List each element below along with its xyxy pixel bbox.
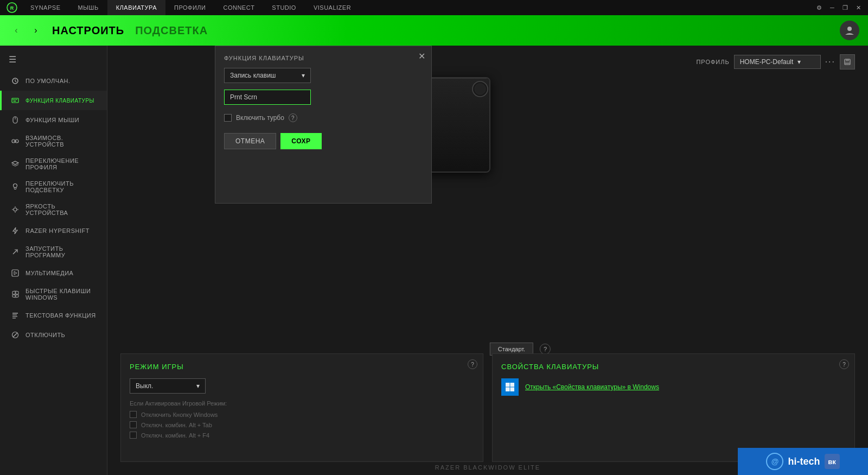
sidebar-label: ПЕРЕКЛЮЧЕНИЕ ПРОФИЛЯ [25, 157, 98, 170]
game-mode-panel: ? РЕЖИМ ИГРЫ Выкл. ▾ Если Активирован Иг… [120, 353, 483, 462]
svg-point-14 [14, 184, 17, 188]
sidebar-item-windows-shortcuts[interactable]: БЫСТРЫЕ КЛАВИШИ WINDOWS [0, 283, 107, 306]
nav-item-mouse[interactable]: МЫШЬ [69, 0, 107, 15]
popup-dropdown-label: Запись клавиш [230, 72, 276, 79]
sidebar-item-hypershift[interactable]: RAZER HYPERSHIFT [0, 221, 107, 240]
keyboard-props-title: СВОЙСТВА КЛАВИАТУРЫ [501, 363, 846, 371]
svg-rect-143 [510, 383, 515, 387]
game-mode-title: РЕЖИМ ИГРЫ [130, 363, 474, 371]
tab-configure[interactable]: НАСТРОИТЬ [52, 24, 124, 37]
watermark-vk-icon: вк [825, 454, 840, 469]
sidebar-label: ВЗАИМОСВ. УСТРОЙСТВ [25, 135, 98, 148]
watermark: @ hi-tech вк [738, 448, 868, 475]
tab-lighting[interactable]: ПОДСВЕТКА [135, 24, 208, 37]
sidebar-label: ЯРКОСТЬ УСТРОЙСТВА [25, 203, 98, 216]
svg-rect-5 [13, 99, 14, 100]
svg-point-53 [475, 84, 486, 94]
maximize-button[interactable]: ❐ [840, 2, 851, 13]
sidebar-label: БЫСТРЫЕ КЛАВИШИ WINDOWS [25, 288, 98, 301]
sidebar-item-disable[interactable]: ОТКЛЮЧИТЬ [0, 325, 107, 345]
popup-title: ФУНКЦИЯ КЛАВИАТУРЫ [224, 55, 423, 61]
sidebar-item-brightness[interactable]: ЯРКОСТЬ УСТРОЙСТВА [0, 198, 107, 221]
nav-item-connect[interactable]: CONNECT [214, 0, 263, 15]
menu-icon[interactable]: ☰ [0, 50, 107, 69]
popup-dropdown[interactable]: Запись клавиш ▾ [224, 68, 311, 83]
disable-alt-f4-checkbox[interactable] [130, 432, 137, 439]
sidebar-item-keyboard-function[interactable]: ФУНКЦИЯ КЛАВИАТУРЫ [0, 91, 107, 110]
svg-rect-4 [12, 98, 18, 103]
turbo-checkbox[interactable] [224, 114, 232, 122]
avatar[interactable] [840, 21, 859, 40]
forward-button[interactable]: › [28, 23, 43, 38]
disable-alt-tab-checkbox[interactable] [130, 421, 137, 428]
razer-logo: R [4, 0, 20, 15]
game-mode-value: Выкл. [136, 382, 153, 390]
back-button[interactable]: ‹ [9, 23, 24, 38]
nav-item-visualizer[interactable]: VISUALIZER [305, 0, 360, 15]
nav-left: R SYNAPSE МЫШЬ КЛАВИАТУРА ПРОФИЛИ CONNEC… [4, 0, 360, 15]
windows-icon [501, 378, 519, 396]
save-button[interactable]: СОХР [280, 133, 321, 149]
header: ‹ › НАСТРОИТЬ ПОДСВЕТКА [0, 15, 868, 46]
disable-windows-key-row: Отключить Кнопку Windows [130, 411, 474, 418]
mouse-icon [10, 115, 20, 125]
sidebar-item-toggle-lighting[interactable]: ПЕРЕКЛЮЧИТЬ ПОДСВЕТКУ [0, 175, 107, 198]
profile-dropdown[interactable]: HOME-PC-Default ▾ [734, 55, 821, 69]
disable-alt-f4-row: Отключ. комбин. Alt + F4 [130, 432, 474, 439]
svg-rect-29 [846, 59, 849, 61]
nav-item-profiles[interactable]: ПРОФИЛИ [165, 0, 214, 15]
nav-item-keyboard[interactable]: КЛАВИАТУРА [107, 0, 165, 15]
svg-point-15 [14, 208, 17, 211]
profile-bar: ПРОФИЛЬ HOME-PC-Default ▾ ··· [696, 54, 855, 69]
sidebar-label: ПЕРЕКЛЮЧИТЬ ПОДСВЕТКУ [25, 180, 98, 193]
close-button[interactable]: ✕ [853, 2, 864, 13]
chevron-down-icon: ▾ [196, 382, 200, 390]
minimize-button[interactable]: ─ [827, 2, 838, 13]
keyboard-props-link[interactable]: Открыть «Свойства клавиатуры» в Windows [525, 383, 659, 391]
sidebar-label: ТЕКСТОВАЯ ФУНКЦИЯ [25, 312, 96, 319]
popup-close-button[interactable]: ✕ [416, 50, 427, 61]
sidebar-item-profile-switch[interactable]: ПЕРЕКЛЮЧЕНИЕ ПРОФИЛЯ [0, 153, 107, 175]
sidebar-item-device-link[interactable]: ВЗАИМОСВ. УСТРОЙСТВ [0, 130, 107, 153]
nav-item-synapse[interactable]: SYNAPSE [22, 0, 69, 15]
sidebar-item-default[interactable]: ПО УМОЛЧАН. [0, 71, 107, 91]
svg-rect-6 [15, 99, 16, 100]
keyboard-props-help-icon[interactable]: ? [839, 359, 849, 369]
profile-current: HOME-PC-Default [740, 58, 794, 66]
sidebar-item-multimedia[interactable]: МУЛЬТИМЕДИА [0, 263, 107, 283]
chevron-down-icon: ▾ [797, 58, 801, 66]
content-area: ✕ ФУНКЦИЯ КЛАВИАТУРЫ Запись клавиш ▾ Вкл… [107, 46, 868, 475]
disable-alt-tab-label: Отключ. комбин. Alt + Tab [141, 422, 212, 428]
turbo-help-icon[interactable]: ? [289, 113, 297, 122]
svg-text:R: R [10, 5, 14, 11]
game-mode-dropdown[interactable]: Выкл. ▾ [130, 378, 206, 394]
layout-help-icon[interactable]: ? [540, 344, 551, 354]
windows-shortcut-icon [10, 289, 20, 299]
svg-rect-20 [12, 270, 18, 276]
sidebar-label: ФУНКЦИЯ МЫШИ [25, 117, 79, 123]
game-mode-help-icon[interactable]: ? [468, 359, 477, 369]
disable-windows-key-checkbox[interactable] [130, 411, 137, 418]
turbo-label: Включить турбо [236, 114, 284, 122]
settings-icon[interactable]: ⚙ [814, 2, 825, 13]
svg-line-27 [13, 333, 17, 337]
cancel-button[interactable]: ОТМЕНА [224, 133, 276, 149]
nav-item-studio[interactable]: STUDIO [263, 0, 305, 15]
sidebar-item-mouse-function[interactable]: ФУНКЦИЯ МЫШИ [0, 110, 107, 130]
text-icon [10, 311, 20, 320]
main-layout: ☰ ПО УМОЛЧАН. ФУНКЦИЯ КЛАВИАТУ [0, 46, 868, 475]
profile-more-button[interactable]: ··· [825, 57, 835, 67]
sidebar-item-text-function[interactable]: ТЕКСТОВАЯ ФУНКЦИЯ [0, 306, 107, 325]
sidebar-label: ФУНКЦИЯ КЛАВИАТУРЫ [25, 98, 94, 104]
svg-point-2 [847, 27, 852, 31]
sidebar: ☰ ПО УМОЛЧАН. ФУНКЦИЯ КЛАВИАТУ [0, 46, 107, 475]
key-input[interactable] [224, 90, 311, 105]
watermark-at-symbol: @ [766, 453, 783, 470]
disable-icon [10, 330, 20, 340]
popup-buttons: ОТМЕНА СОХР [224, 133, 423, 149]
profile-save-button[interactable] [840, 54, 855, 69]
sun-icon [10, 205, 20, 214]
disable-windows-key-label: Отключить Кнопку Windows [141, 411, 218, 418]
sidebar-item-launch-program[interactable]: ЗАПУСТИТЬ ПРОГРАММУ [0, 240, 107, 263]
svg-rect-142 [506, 383, 510, 387]
